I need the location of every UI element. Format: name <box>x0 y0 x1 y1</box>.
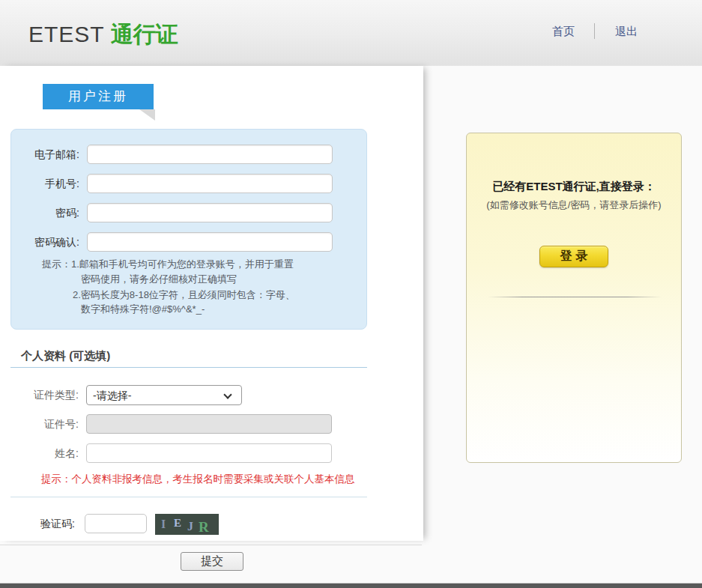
captcha-char: R <box>199 519 209 536</box>
login-box-subtitle: (如需修改账号信息/密码，请登录后操作) <box>467 198 681 212</box>
register-hint-line3: 2.密码长度为8-18位字符，且必须同时包含：字母、 <box>73 288 295 302</box>
registration-panel: 用户注册 电子邮箱: 手机号: 密码: 密码确认: 提示：1.邮箱和手机号均可作… <box>0 66 423 541</box>
tab-user-register[interactable]: 用户注册 <box>43 84 154 109</box>
phone-label: 手机号: <box>11 174 79 193</box>
nav-logout-link[interactable]: 退出 <box>615 25 638 39</box>
register-hint-line4: 数字和特殊字符!@#$%^&*_- <box>81 303 205 316</box>
captcha-section-rule <box>10 497 367 497</box>
password-input[interactable] <box>87 203 333 222</box>
email-label: 电子邮箱: <box>11 145 79 164</box>
submit-button[interactable]: 提交 <box>181 552 243 571</box>
id-type-label: 证件类型: <box>15 385 79 405</box>
page-header: ETEST通行证 首页 退出 <box>0 0 702 66</box>
login-button[interactable]: 登录 <box>539 246 608 267</box>
logo-text-etest: ETEST <box>28 22 105 46</box>
register-hint-line2: 密码使用，请务必仔细核对正确填写 <box>81 273 237 286</box>
nav-separator <box>594 23 595 39</box>
profile-section-rule <box>10 367 367 368</box>
captcha-char: J <box>187 520 193 533</box>
name-input[interactable] <box>86 443 332 463</box>
footer-bar <box>0 583 702 588</box>
phone-input[interactable] <box>87 174 333 193</box>
login-box-title: 已经有ETEST通行证,直接登录： <box>467 180 681 194</box>
nav-home-link[interactable]: 首页 <box>552 25 575 39</box>
account-form-panel: 电子邮箱: 手机号: 密码: 密码确认: 提示：1.邮箱和手机号均可作为您的登录… <box>10 129 367 330</box>
name-label: 姓名: <box>15 443 79 464</box>
etest-logo: ETEST通行证 <box>28 19 178 50</box>
email-input[interactable] <box>87 145 333 164</box>
password-confirm-label: 密码确认: <box>11 232 79 252</box>
captcha-label: 验证码: <box>15 514 75 533</box>
profile-section-title: 个人资料 (可选填) <box>21 349 110 363</box>
captcha-char: I <box>161 518 166 531</box>
tab-curl-decoration <box>139 109 155 121</box>
register-hint-line1: 提示：1.邮箱和手机号均可作为您的登录账号，并用于重置 <box>42 258 294 271</box>
profile-hint: 提示：个人资料非报考信息，考生报名时需要采集或关联个人基本信息 <box>41 473 355 486</box>
captcha-char: E <box>174 517 181 530</box>
password-label: 密码: <box>11 203 79 222</box>
captcha-image[interactable]: I E J R <box>155 514 219 535</box>
id-number-label: 证件号: <box>15 414 79 434</box>
id-number-input <box>86 414 332 434</box>
existing-account-box: 已经有ETEST通行证,直接登录： (如需修改账号信息/密码，请登录后操作) 登… <box>466 133 682 463</box>
id-type-select[interactable]: -请选择- <box>86 385 242 405</box>
password-confirm-input[interactable] <box>87 232 333 252</box>
captcha-input[interactable] <box>85 514 147 533</box>
login-box-divider <box>488 297 662 297</box>
logo-text-pass: 通行证 <box>111 22 178 46</box>
bottom-divider <box>0 545 422 545</box>
